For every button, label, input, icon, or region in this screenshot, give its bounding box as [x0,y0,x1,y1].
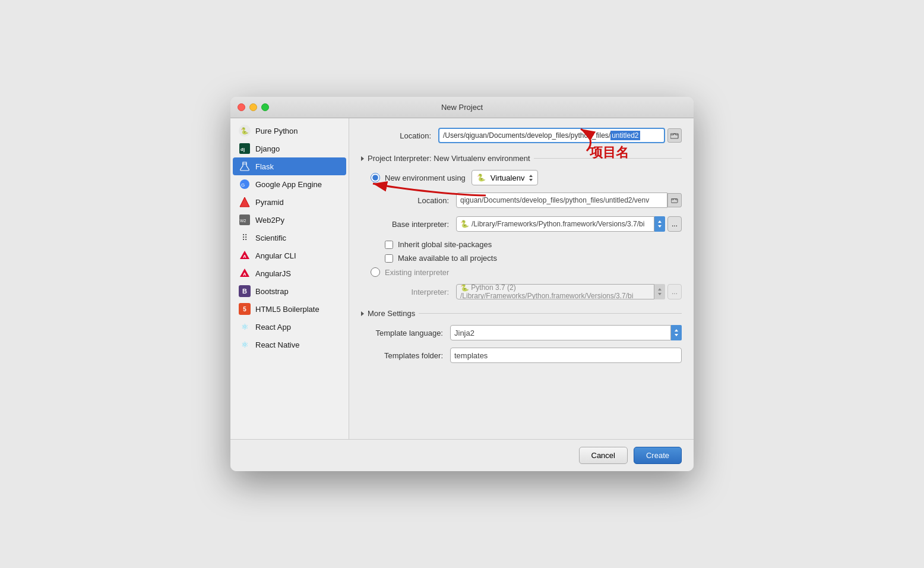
interpreter-ellipsis-button[interactable]: ... [667,284,682,299]
more-settings-header: More Settings [361,309,682,318]
template-language-row: Template language: Jinja2 [361,325,682,340]
more-settings-title: More Settings [368,309,415,318]
base-interpreter-row: Base interpreter: 🐍 /Library/Frameworks/… [371,216,682,232]
sidebar: 🐍 Pure Python dj Django Flask [230,118,349,439]
pyramid-icon [239,196,251,208]
inherit-label: Inherit global site-packages [398,240,492,249]
env-location-value: qiguan/Documents/develop_files/python_fi… [460,196,649,204]
interpreter-stepper[interactable] [654,284,665,299]
make-available-label: Make available to all projects [398,254,497,263]
angular-cli-icon: A [239,250,251,261]
svg-text:A: A [243,254,246,259]
window-title: New Project [441,103,483,112]
env-location-label: Location: [385,196,456,205]
section-divider [534,158,682,159]
svg-text:dj: dj [241,147,245,152]
sidebar-item-html5[interactable]: 5 HTML5 Boilerplate [233,300,346,318]
interpreter-selector-value: 🐍 Python 3.7 (2) /Library/Frameworks/Pyt… [460,284,650,299]
titlebar: New Project [230,97,694,118]
main-content: Location: /Users/qiguan/Documents/develo… [349,118,694,439]
interpreter-section-header: Project Interpreter: New Virtualenv envi… [361,154,682,163]
location-input[interactable]: /Users/qiguan/Documents/develop_files/py… [438,128,665,143]
sidebar-item-django[interactable]: dj Django [233,140,346,157]
templates-folder-label: Templates folder: [361,351,450,360]
inherit-checkbox-row: Inherit global site-packages [371,240,682,249]
flask-icon [239,160,251,172]
location-row: Location: /Users/qiguan/Documents/develo… [361,128,682,143]
sidebar-item-scientific[interactable]: ⠿ Scientific [233,229,346,247]
minimize-button[interactable] [249,103,257,111]
sidebar-item-react-app[interactable]: ⚛ React App [233,318,346,336]
stepper-icon [529,175,533,181]
create-button[interactable]: Create [634,447,682,464]
env-location-browse-button[interactable] [667,193,682,207]
sidebar-item-label: Pyramid [255,198,284,207]
react-native-icon: ⚛ [239,339,251,351]
sidebar-item-label: Web2Py [255,216,284,225]
sidebar-item-label: Django [255,144,280,153]
existing-interpreter-label: Existing interpreter [385,268,449,277]
collapse-triangle-icon[interactable] [361,156,364,161]
template-language-input[interactable]: Jinja2 [450,325,671,340]
maximize-button[interactable] [261,103,269,111]
templates-folder-row: Templates folder: templates [361,348,682,363]
bottom-bar: Cancel Create [230,439,694,471]
make-available-checkbox[interactable] [385,254,393,263]
sidebar-item-label: Bootstrap [255,287,289,296]
python-icon-base: 🐍 [460,220,469,228]
svg-text:A: A [243,272,246,277]
svg-text:W2: W2 [240,219,246,223]
cancel-button[interactable]: Cancel [579,447,628,464]
sidebar-item-flask[interactable]: Flask [233,157,346,175]
sidebar-item-pyramid[interactable]: Pyramid [233,193,346,211]
base-interpreter-label: Base interpreter: [385,220,456,229]
location-browse-button[interactable] [667,128,682,143]
template-language-value: Jinja2 [454,329,474,337]
more-settings-section: More Settings Template language: Jinja2 [361,309,682,363]
base-interpreter-stepper[interactable] [654,216,665,232]
env-location-row: Location: qiguan/Documents/develop_files… [371,193,682,208]
interpreter-field-label: Interpreter: [385,288,456,296]
window-body: 🐍 Pure Python dj Django Flask [230,118,694,439]
existing-env-radio[interactable] [371,267,380,277]
html5-icon: 5 [239,303,251,315]
sidebar-item-label: React Native [255,340,299,349]
bootstrap-icon: B [239,285,251,297]
make-available-checkbox-row: Make available to all projects [371,254,682,263]
location-highlight: untitled2 [610,131,640,140]
env-location-input[interactable]: qiguan/Documents/develop_files/python_fi… [456,193,667,208]
base-interpreter-value: /Library/Frameworks/Python.framework/Ver… [472,220,644,228]
base-interpreter-input[interactable]: 🐍 /Library/Frameworks/Python.framework/V… [456,216,654,232]
templates-folder-input[interactable]: templates [450,348,682,363]
template-language-label: Template language: [361,329,450,337]
sidebar-item-label: HTML5 Boilerplate [255,305,319,314]
sidebar-item-label: React App [255,323,291,332]
location-label: Location: [361,131,438,140]
location-prefix: /Users/qiguan/Documents/develop_files/py… [443,131,610,140]
sidebar-item-angular-cli[interactable]: A Angular CLI [233,247,346,264]
templates-folder-value: templates [454,351,488,360]
sidebar-item-web2py[interactable]: W2 Web2Py [233,211,346,229]
sidebar-item-label: Angular CLI [255,251,296,260]
base-interpreter-ellipsis-button[interactable]: ... [667,216,682,232]
inherit-checkbox[interactable] [385,241,393,249]
sidebar-item-react-native[interactable]: ⚛ React Native [233,336,346,354]
pure-python-icon: 🐍 [239,125,251,137]
close-button[interactable] [238,103,245,111]
new-project-window: New Project 🐍 Pure Python dj Django [230,97,694,471]
scientific-icon: ⠿ [239,232,251,244]
gae-icon: G [239,178,251,190]
sidebar-item-pure-python[interactable]: 🐍 Pure Python [233,122,346,140]
new-env-radio[interactable] [371,173,380,182]
interpreter-selector[interactable]: 🐍 Python 3.7 (2) /Library/Frameworks/Pyt… [456,284,654,299]
new-env-label: New environment using [385,173,466,182]
python-icon-small: 🐍 [477,173,486,182]
virtualenv-dropdown[interactable]: 🐍 Virtualenv [472,170,539,185]
sidebar-item-angularjs[interactable]: A AngularJS [233,264,346,282]
react-app-icon: ⚛ [239,321,251,333]
template-language-stepper[interactable] [671,325,682,340]
more-settings-triangle-icon[interactable] [361,311,364,316]
svg-marker-5 [240,197,249,207]
sidebar-item-bootstrap[interactable]: B Bootstrap [233,282,346,300]
sidebar-item-google-app-engine[interactable]: G Google App Engine [233,175,346,193]
